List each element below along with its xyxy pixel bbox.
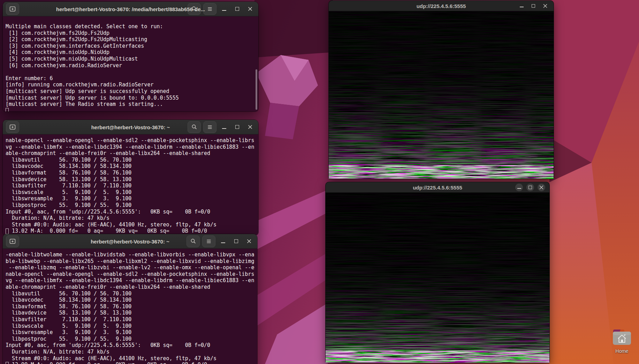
terminal-output[interactable]: Multiple main classes detected. Select o… — [3, 16, 258, 111]
terminal-line: libavfilter 7.110.100 / 7.110.100 — [6, 183, 258, 189]
terminal-line: nable-opencl --enable-opengl --enable-sd… — [6, 137, 258, 144]
terminal-line: [4] com.rockthejvm.nioUdp.NioUdp — [6, 49, 258, 56]
terminal-line: [3] com.rockthejvm.interfaces.GetInterfa… — [6, 43, 258, 49]
minimize-button[interactable] — [219, 4, 229, 14]
terminal-window-ffplay-2: herbert@herbert-Vostro-3670: ~ — [3, 234, 257, 364]
terminal-line: ble-libwebp --enable-libx265 --enable-li… — [6, 258, 257, 265]
minimize-icon — [221, 242, 225, 243]
audio-spectrum-display — [329, 11, 554, 179]
titlebar[interactable]: herbert@herbert-Vostro-3670: ~ — [3, 120, 258, 134]
hamburger-menu-icon — [206, 239, 212, 244]
titlebar[interactable]: udp://225.4.5.6:5555 — [326, 182, 549, 193]
terminal-line: libavformat 58. 76.100 / 58. 76.100 — [6, 170, 258, 176]
new-tab-icon — [9, 124, 16, 130]
home-folder-icon — [612, 329, 632, 346]
ffplay-window-top: udp://225.4.5.6:5555 — [329, 1, 554, 179]
terminal-line: libavdevice 58. 13.100 / 58. 13.100 — [6, 310, 257, 316]
terminal-line: [6] com.rockthejvm.radio.RadioServer — [6, 62, 258, 69]
window-title: herbert@herbert-Vostro-3670: ~ — [91, 238, 169, 244]
terminal-line: Duration: N/A, bitrate: 47 kb/s — [6, 349, 257, 355]
maximize-button[interactable] — [232, 4, 242, 14]
terminal-line: libavdevice 58. 13.100 / 58. 13.100 — [6, 176, 258, 183]
maximize-button[interactable] — [529, 2, 538, 10]
maximize-button[interactable] — [231, 236, 241, 247]
spectrogram — [326, 193, 549, 363]
terminal-line: [multicast server] Udp server is bound t… — [6, 95, 258, 101]
maximize-icon — [235, 125, 239, 129]
home-folder-shortcut[interactable]: Home — [609, 329, 634, 354]
terminal-line: [2] com.rockthejvm.fs2Udp.Fs2UdpMulticas… — [6, 36, 258, 43]
terminal-line: [multicast server] Udp server is success… — [6, 88, 258, 95]
new-tab-icon — [9, 6, 16, 12]
minimize-button[interactable] — [219, 122, 229, 132]
minimize-button[interactable] — [515, 184, 523, 191]
terminal-line: Stream #0:0: Audio: aac (HE-AAC), 44100 … — [6, 222, 258, 228]
maximize-icon — [234, 239, 238, 243]
close-icon — [248, 7, 252, 11]
search-button[interactable] — [188, 121, 201, 133]
maximize-button[interactable] — [526, 184, 534, 191]
minimize-button[interactable] — [517, 2, 526, 10]
maximize-button[interactable] — [232, 122, 242, 132]
terminal-line: vg --enable-libmfx --enable-libdc1394 --… — [6, 277, 257, 284]
terminal-output[interactable]: nable-opencl --enable-opengl --enable-sd… — [3, 134, 258, 235]
maximize-icon — [532, 4, 535, 8]
search-icon — [191, 124, 197, 130]
terminal-line: libswresample 3. 9.100 / 3. 9.100 — [6, 329, 257, 336]
titlebar[interactable]: herbert@herbert-Vostro-3670: /media/herb… — [3, 2, 258, 16]
desktop: herbert@herbert-Vostro-3670: /media/herb… — [0, 0, 639, 364]
new-tab-icon — [9, 238, 16, 245]
new-tab-button[interactable] — [6, 3, 19, 15]
minimize-icon — [520, 7, 524, 7]
terminal-line: libavcodec 58.134.100 / 58.134.100 — [6, 163, 258, 170]
terminal-line: nable-opencl --enable-opengl --enable-sd… — [6, 271, 257, 278]
window-title: herbert@herbert-Vostro-3670: ~ — [91, 124, 170, 130]
close-icon — [247, 239, 251, 243]
menu-button[interactable] — [203, 121, 216, 133]
close-icon — [543, 4, 547, 8]
close-button[interactable] — [538, 184, 545, 191]
search-button[interactable] — [187, 235, 200, 247]
terminal-output[interactable]: -enable-libtwolame --enable-libvidstab -… — [3, 249, 257, 364]
terminal-line: Input #0, aac, from 'udp://225.4.5.6:555… — [6, 342, 257, 349]
menu-button[interactable] — [203, 3, 216, 15]
minimize-button[interactable] — [218, 236, 228, 247]
close-button[interactable] — [245, 4, 255, 14]
search-icon — [190, 238, 196, 244]
terminal-line: able-chromaprint --enable-frei0r --enabl… — [6, 150, 258, 157]
terminal-line: libavutil 56. 70.100 / 56. 70.100 — [6, 157, 258, 163]
terminal-line: Enter number: 6 — [6, 75, 258, 82]
terminal-line: vg --enable-libmfx --enable-libdc1394 --… — [6, 144, 258, 150]
new-tab-button[interactable] — [6, 235, 19, 247]
close-button[interactable] — [244, 236, 254, 247]
close-icon — [248, 125, 252, 129]
terminal-line: [1] com.rockthejvm.fs2Udp.Fs2Udp — [6, 30, 258, 37]
minimize-icon — [517, 188, 521, 189]
terminal-line: libswscale 5. 9.100 / 5. 9.100 — [6, 323, 257, 330]
terminal-line: libpostproc 55. 9.100 / 55. 9.100 — [6, 202, 258, 209]
window-title: herbert@herbert-Vostro-3670: /media/herb… — [56, 6, 205, 12]
titlebar[interactable]: herbert@herbert-Vostro-3670: ~ — [3, 234, 257, 249]
status-line: 13.02 M-A: 0.000 fd= 0 aq= 9KB vq= 0KB s… — [9, 228, 207, 234]
maximize-icon — [528, 186, 532, 189]
titlebar[interactable]: udp://225.4.5.6:5555 — [329, 1, 554, 11]
terminal-window-ffplay-1: herbert@herbert-Vostro-3670: ~ — [3, 120, 258, 235]
terminal-line: libpostproc 55. 9.100 / 55. 9.100 — [6, 336, 257, 342]
minimize-icon — [222, 10, 226, 11]
terminal-line: libswresample 3. 9.100 / 3. 9.100 — [6, 195, 258, 202]
terminal-line: Stream #0:0: Audio: aac (HE-AAC), 44100 … — [6, 355, 257, 362]
close-button[interactable] — [245, 122, 255, 132]
menu-button[interactable] — [202, 235, 215, 247]
terminal-line: --enable-libzmq --enable-libzvbi --enabl… — [6, 264, 257, 271]
terminal-line: Duration: N/A, bitrate: 47 kb/s — [6, 215, 258, 222]
terminal-cursor — [6, 108, 9, 111]
terminal-line: libavfilter 7.110.100 / 7.110.100 — [6, 316, 257, 323]
terminal-line: [info] running com.rockthejvm.radio.Radi… — [6, 82, 258, 88]
terminal-line: [5] com.rockthejvm.nioUdp.NioUdpMulticas… — [6, 56, 258, 62]
hamburger-menu-icon — [207, 7, 213, 11]
close-button[interactable] — [541, 2, 549, 10]
hamburger-menu-icon — [207, 125, 213, 130]
new-tab-button[interactable] — [6, 121, 19, 133]
scrollbar[interactable] — [256, 69, 257, 110]
terminal-line: Multiple main classes detected. Select o… — [6, 23, 258, 30]
